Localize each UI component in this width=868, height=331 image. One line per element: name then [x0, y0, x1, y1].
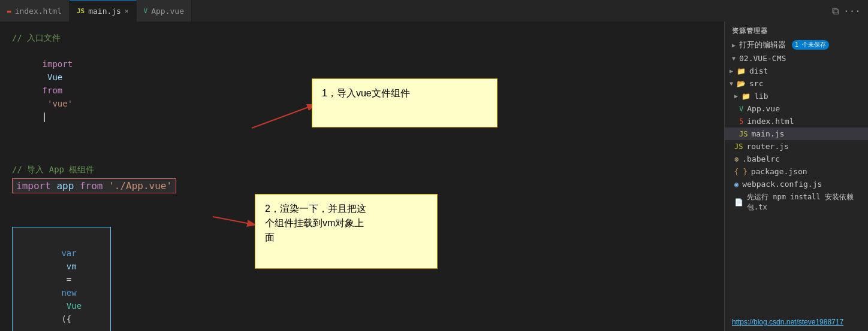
webpack-config-icon: ◉ [734, 180, 739, 189]
project-name: 02.VUE-CMS [739, 54, 786, 63]
lib-arrow: ▶ [734, 93, 738, 99]
annotation-box-2: 2，渲染一下，并且把这个组件挂载到vm对象上面 [255, 194, 438, 269]
index-html-label: index.html [747, 117, 794, 126]
sidebar-item-package-json[interactable]: { } package.json [725, 165, 868, 178]
app-vue-label: App.vue [747, 104, 780, 113]
html-file-icon: ▬ [7, 7, 11, 15]
sidebar-item-readme[interactable]: 📄 先运行 npm install 安装依赖包.tx [725, 190, 868, 214]
app-vue-icon: V [739, 105, 743, 113]
sidebar-bottom-link[interactable]: https://blog.csdn.net/steve1988717 [725, 313, 868, 331]
unsaved-count-badge: 1 个未保存 [792, 40, 829, 50]
src-arrow: ▼ [730, 80, 733, 87]
csdn-link-text: https://blog.csdn.net/steve1988717 [732, 318, 843, 326]
highlighted-import-line: import app from './App.vue' [12, 177, 712, 195]
sidebar-open-editors[interactable]: ▶ 打开的编辑器 1 个未保存 [725, 38, 868, 52]
babelrc-label: .babelrc [742, 154, 780, 163]
sidebar-title: 资源管理器 [725, 22, 868, 38]
annotation-1-text: 1，导入vue文件组件 [322, 88, 410, 98]
main-js-label: main.js [751, 129, 784, 138]
tab-main-js[interactable]: JS main.js ✕ [70, 0, 137, 22]
main-layout: // 入口文件 import Vue from 'vue' // 导入 App … [0, 22, 868, 331]
sidebar-item-app-vue[interactable]: V App.vue [725, 102, 868, 115]
annotation-2-text: 2，渲染一下，并且把这个组件挂载到vm对象上面 [265, 204, 366, 242]
sidebar-item-index-html[interactable]: 5 index.html [725, 115, 868, 127]
code-vm-1: var vm = new Vue ({ [21, 233, 102, 331]
sidebar-item-babelrc[interactable]: ⚙ .babelrc [725, 153, 868, 165]
tab-label-app-vue: App.vue [151, 7, 184, 16]
split-editor-icon[interactable]: ⧉ [832, 5, 839, 17]
js-file-icon: JS [77, 7, 85, 15]
tab-index-html[interactable]: ▬ index.html [0, 0, 70, 22]
readme-icon: 📄 [734, 198, 743, 207]
vue-file-icon: V [144, 7, 148, 15]
text-cursor [44, 113, 45, 122]
sidebar-item-lib[interactable]: ▶ 📁 lib [725, 90, 868, 102]
code-line-1: // 入口文件 [12, 31, 712, 44]
babelrc-icon: ⚙ [734, 155, 739, 163]
router-js-icon: JS [734, 142, 743, 151]
sidebar-item-main-js[interactable]: JS main.js [725, 127, 868, 140]
tab-label-main-js: main.js [88, 7, 121, 16]
vue-instance-code-block: var vm = new Vue ({ el : '#app' , render… [12, 227, 111, 331]
sidebar-item-webpack-config[interactable]: ◉ webpack.config.js [725, 178, 868, 190]
src-label: src [749, 79, 763, 88]
project-arrow: ▼ [732, 55, 736, 62]
tab-app-vue[interactable]: V App.vue [137, 0, 192, 22]
index-html-icon: 5 [739, 117, 743, 126]
import-app-code: import app from './App.vue' [12, 178, 176, 193]
dist-arrow: ▶ [730, 68, 733, 74]
sidebar-item-dist[interactable]: ▶ 📁 dist [725, 65, 868, 77]
open-editors-label: 打开的编辑器 [739, 40, 786, 50]
tab-label-index-html: index.html [15, 7, 62, 16]
readme-label: 先运行 npm install 安装依赖包.tx [747, 192, 861, 212]
main-js-icon: JS [739, 130, 748, 138]
webpack-config-label: webpack.config.js [742, 180, 822, 189]
src-folder-icon: 📂 [737, 80, 746, 88]
sidebar-item-src[interactable]: ▼ 📂 src [725, 77, 868, 90]
package-json-label: package.json [751, 167, 807, 176]
sidebar-item-router-js[interactable]: JS router.js [725, 140, 868, 153]
sidebar-project-root[interactable]: ▼ 02.VUE-CMS [725, 52, 868, 65]
open-editors-arrow: ▶ [732, 42, 736, 48]
more-actions-icon[interactable]: ··· [843, 5, 861, 17]
sidebar: 资源管理器 ▶ 打开的编辑器 1 个未保存 ▼ 02.VUE-CMS ▶ 📁 d… [724, 22, 868, 331]
dist-folder-icon: 📁 [737, 67, 746, 75]
lib-folder-icon: 📁 [742, 92, 751, 101]
lib-label: lib [754, 92, 768, 101]
tab-bar-actions: ⧉ ··· [832, 5, 868, 17]
code-line-3: // 导入 App 根组件 [12, 163, 712, 176]
code-line-empty-2 [12, 150, 712, 163]
router-js-label: router.js [746, 142, 788, 151]
package-json-icon: { } [734, 168, 748, 176]
annotation-box-1: 1，导入vue文件组件 [312, 78, 498, 127]
close-tab-icon[interactable]: ✕ [125, 7, 129, 15]
tab-bar: ▬ index.html JS main.js ✕ V App.vue ⧉ ··… [0, 0, 868, 22]
code-line-empty-1 [12, 136, 712, 150]
editor-area: // 入口文件 import Vue from 'vue' // 导入 App … [0, 22, 724, 331]
dist-label: dist [749, 66, 768, 75]
